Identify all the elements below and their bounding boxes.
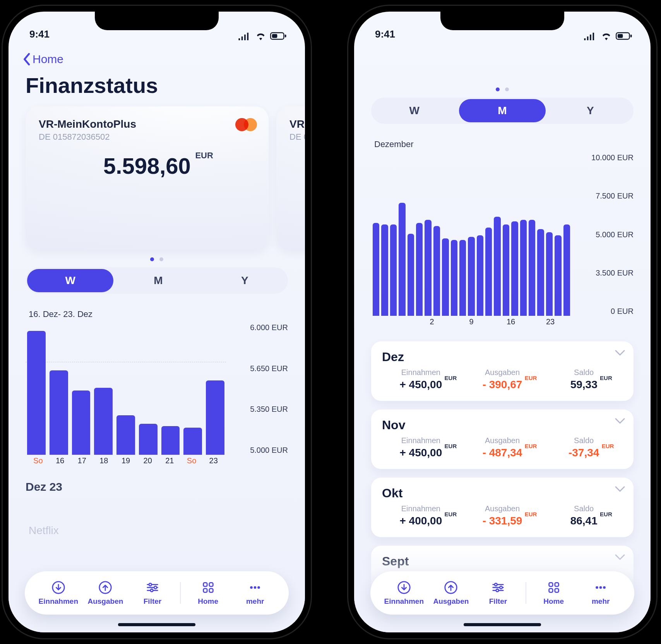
screen-left: 9:41 Home Finanzstatus VR-MeinKontoPlus … [9, 12, 305, 632]
mastercard-icon [235, 118, 257, 132]
arrow-up-circle-icon [98, 580, 113, 595]
nav-home[interactable]: Home [530, 580, 577, 606]
arrow-down-circle-icon [397, 580, 411, 595]
y-axis-labels: 6.000 EUR5.650 EUR5.350 EUR5.000 EUR [230, 323, 288, 455]
svg-rect-23 [549, 583, 553, 587]
weekly-chart: 16. Dez- 23. Dez 6.000 EUR5.650 EUR5.350… [9, 298, 305, 470]
chart-bar [416, 223, 423, 316]
chevron-down-icon [615, 554, 625, 562]
x-axis-labels: 291623 [371, 317, 572, 331]
month-name: Nov [382, 418, 623, 432]
more-icon [593, 580, 608, 595]
notch [95, 12, 219, 30]
nav-einnahmen[interactable]: Einnahmen [35, 580, 82, 606]
svg-point-6 [154, 586, 157, 589]
nav-mehr[interactable]: mehr [577, 580, 624, 606]
mc-value-bal: -37,34EUR [569, 447, 599, 459]
tab-month[interactable]: M [459, 99, 545, 122]
nav-ausgaben[interactable]: Ausgaben [82, 580, 129, 606]
chart-bar [183, 428, 202, 455]
nav-label: Filter [489, 597, 507, 606]
nav-ausgaben[interactable]: Ausgaben [428, 580, 475, 606]
chart-bar [50, 370, 68, 455]
svg-rect-1 [285, 34, 286, 37]
y-label: 10.000 EUR [575, 153, 634, 162]
svg-point-20 [495, 583, 497, 586]
screen-right: 9:41 W M Y Dezember 10.0 [354, 12, 651, 632]
x-label: 19 [115, 456, 137, 470]
tab-week[interactable]: W [371, 98, 457, 124]
month-card[interactable]: Okt Einnahmen + 400,00EUR Ausgaben - 331… [371, 478, 634, 537]
status-icons [238, 32, 287, 40]
battery-icon [270, 32, 287, 40]
y-label: 5.350 EUR [230, 405, 288, 414]
svg-point-22 [496, 589, 499, 592]
bottom-nav: Einnahmen Ausgaben Filter Home mehr [25, 571, 289, 615]
currency-label: EUR [445, 511, 457, 517]
chart-bar [468, 237, 474, 316]
svg-rect-10 [203, 589, 207, 593]
svg-rect-24 [555, 583, 558, 587]
y-label: 3.500 EUR [575, 269, 634, 277]
dot-active [496, 87, 500, 91]
tab-year[interactable]: Y [547, 98, 634, 124]
chart-bar [161, 426, 180, 455]
chart-bar [27, 331, 46, 455]
nav-filter[interactable]: Filter [474, 580, 522, 606]
chart-bar [433, 226, 440, 316]
monthly-chart: Dezember 10.000 EUR7.500 EUR5.000 EUR3.5… [354, 128, 651, 331]
month-card[interactable]: Nov Einnahmen + 450,00EUR Ausgaben - 487… [371, 409, 634, 469]
nav-label: Home [543, 597, 564, 606]
svg-rect-8 [203, 583, 207, 587]
account-card-next[interactable]: VR- DE 0 [276, 106, 305, 250]
tab-year[interactable]: Y [202, 267, 288, 294]
nav-filter[interactable]: Filter [129, 580, 176, 606]
svg-point-12 [250, 586, 253, 589]
more-icon [248, 580, 262, 595]
back-button[interactable]: Home [9, 43, 79, 70]
clock: 9:41 [29, 28, 50, 40]
account-card[interactable]: VR-MeinKontoPlus DE 015872036502 5.598,6… [26, 106, 269, 250]
nav-mehr[interactable]: mehr [231, 580, 279, 606]
svg-rect-26 [555, 589, 558, 593]
chart-bar [451, 240, 457, 316]
range-selector[interactable]: W M Y [371, 98, 634, 124]
tab-month[interactable]: M [115, 267, 201, 294]
mc-value-out: - 331,59EUR [483, 515, 522, 527]
x-label: 23 [531, 317, 570, 331]
currency-label: EUR [600, 375, 612, 381]
chart-bar [511, 221, 518, 316]
nav-divider [526, 582, 526, 604]
svg-point-13 [254, 586, 257, 589]
chart-bar [390, 224, 397, 316]
nav-divider [180, 582, 181, 604]
currency-label: EUR [525, 511, 537, 517]
y-label: 0 EUR [575, 307, 634, 316]
y-label: 5.000 EUR [230, 446, 288, 455]
x-label: 21 [159, 456, 181, 470]
x-axis-labels: So161718192021So23 [26, 456, 226, 470]
account-card-carousel[interactable]: VR-MeinKontoPlus DE 015872036502 5.598,6… [9, 106, 305, 250]
account-iban: DE 015872036502 [39, 132, 255, 142]
chart-bar [520, 220, 527, 316]
svg-point-28 [599, 586, 602, 589]
balance-currency: EUR [195, 151, 213, 161]
month-name: Dez [382, 350, 623, 364]
dot [505, 87, 509, 91]
month-card[interactable]: Dez Einnahmen + 450,00EUR Ausgaben - 390… [371, 341, 634, 401]
x-label: 16 [49, 456, 71, 470]
svg-point-29 [603, 586, 606, 589]
chart-bar [555, 235, 561, 316]
nav-einnahmen[interactable]: Einnahmen [380, 580, 428, 606]
range-selector[interactable]: W M Y [26, 267, 288, 294]
x-label: 17 [71, 456, 93, 470]
phone-frame-left: 9:41 Home Finanzstatus VR-MeinKontoPlus … [2, 5, 312, 639]
currency-label: EUR [525, 443, 537, 449]
tab-week[interactable]: W [27, 269, 113, 292]
nav-home[interactable]: Home [185, 580, 232, 606]
balance-value: 5.598,60 [103, 153, 191, 178]
currency-label: EUR [445, 443, 457, 449]
currency-label: EUR [445, 375, 457, 381]
dot [159, 257, 163, 261]
nav-label: Ausgaben [87, 597, 123, 606]
